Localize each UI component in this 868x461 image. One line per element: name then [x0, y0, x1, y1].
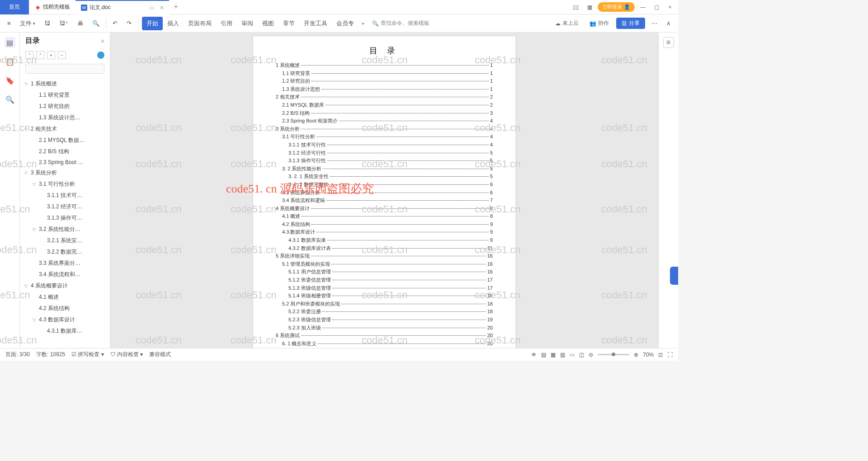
minimize-button[interactable]: — [637, 2, 648, 13]
cloud-button[interactable]: ☁未上云 [552, 18, 582, 29]
sidebar-close-icon[interactable]: × [101, 38, 104, 45]
outline-item[interactable]: ▽3.2 系统性能分… [20, 224, 110, 235]
page-counter[interactable]: 页面: 3/30 [5, 351, 30, 358]
save-icon[interactable]: 🖫 [42, 18, 53, 28]
outline-item[interactable]: 3.1.2 经济可… [20, 201, 110, 212]
toc-entry[interactable]: 3 系统分析 4 [276, 125, 493, 133]
toc-entry[interactable]: 1 系统概述 1 [276, 61, 493, 70]
outline-rail-icon[interactable]: ▤ [5, 37, 15, 48]
toc-entry[interactable]: 3. 2. 2 数据完整性 6 [276, 181, 493, 189]
toc-entry[interactable]: 5 系统详细实现 16 [276, 252, 493, 260]
compat-mode[interactable]: 兼容模式 [149, 351, 171, 358]
login-button[interactable]: 立即登录👤 [598, 2, 635, 12]
menu-页面布局[interactable]: 页面布局 [184, 17, 216, 30]
toc-entry[interactable]: 5.2.3 班级信息管理 19 [276, 316, 493, 324]
toc-entry[interactable]: 5.2.2 班委注册 18 [276, 308, 493, 316]
toc-entry[interactable]: 4 系统概要设计 8 [276, 205, 493, 213]
menu-插入[interactable]: 插入 [163, 17, 184, 30]
fullscreen-icon[interactable]: ⛶ [667, 352, 673, 358]
toc-entry[interactable]: 4.3.数据库设计 9 [276, 228, 493, 236]
toc-entry[interactable]: 3.1.2 经济可行性 5 [276, 149, 493, 157]
outline-item[interactable]: 3.2.2 数据完… [20, 246, 110, 258]
toc-entry[interactable]: 5.1.4 班级相册管理 18 [276, 292, 493, 300]
outline-item[interactable]: ▽3 系统分析 [20, 167, 110, 179]
apps-icon[interactable]: ▦ [584, 2, 595, 13]
toc-entry[interactable]: 6. 1 概念和意义 20 [276, 340, 493, 348]
toc-entry[interactable]: 5.1 管理员模块的实现 16 [276, 260, 493, 268]
sync-icon[interactable] [97, 52, 104, 59]
outline-item[interactable]: 2.3 Spring Boot … [20, 157, 110, 167]
toc-entry[interactable]: 4.1 概述 8 [276, 212, 493, 221]
outline-item[interactable]: 3.2.1 系统安… [20, 235, 110, 246]
tab-template[interactable]: ◆ 找稻壳模板 [29, 0, 75, 14]
outline-search[interactable] [25, 64, 104, 74]
toc-entry[interactable]: 5.1.1 用户信息管理 16 [276, 268, 493, 276]
toc-entry[interactable]: 3.1.3 操作可行性 5 [276, 157, 493, 165]
bookmark-rail-icon[interactable]: 🔖 [5, 75, 15, 86]
outline-item[interactable]: 1.1 研究背景 [20, 89, 110, 101]
toc-entry[interactable]: 4.2 系统结构 9 [276, 221, 493, 229]
outline-item[interactable]: 3.3 系统界面分… [20, 258, 110, 269]
toc-entry[interactable]: 5.2 用户和班委模块的实现 18 [276, 300, 493, 308]
tab-home[interactable]: 首页 [0, 0, 29, 14]
outline-item[interactable]: 2.2 B/S 结构 [20, 146, 110, 157]
toc-entry[interactable]: 6. 2 特性 21 [276, 348, 493, 348]
ruler-icon[interactable]: ◫ [579, 352, 584, 358]
clipboard-rail-icon[interactable]: 📋 [5, 56, 15, 67]
zoom-out-icon[interactable]: ⊖ [589, 352, 593, 358]
view-outline-icon[interactable]: ▥ [560, 352, 565, 358]
view-web-icon[interactable]: ▦ [551, 352, 556, 358]
menu-overflow-icon[interactable]: ▸ [362, 20, 365, 26]
tab-add-button[interactable]: + [169, 2, 183, 12]
add-item-icon[interactable]: + [47, 51, 55, 59]
print-icon[interactable]: 🖶 [75, 18, 86, 28]
close-button[interactable]: × [665, 2, 675, 13]
view-read-icon[interactable]: ▭ [570, 352, 575, 358]
toc-entry[interactable]: 6 系统测试 20 [276, 332, 493, 340]
menu-开发工具[interactable]: 开发工具 [299, 17, 332, 30]
outline-item[interactable]: 1.2 研究目的 [20, 101, 110, 112]
spellcheck-button[interactable]: ☑ 拼写检查 ▾ [71, 351, 104, 358]
preview-icon[interactable]: 🔍 [90, 18, 102, 28]
menu-会员专[interactable]: 会员专 [332, 17, 359, 30]
share-button[interactable]: ⛓分享 [616, 18, 645, 29]
menu-button[interactable]: ≡ [5, 18, 14, 28]
more-icon[interactable]: ⋯ [649, 18, 660, 28]
save-as-icon[interactable]: 🖫⁺ [57, 18, 71, 28]
view-page-icon[interactable]: ▤ [541, 352, 546, 358]
tab-monitor-icon[interactable]: ▭ [149, 5, 154, 11]
undo-icon[interactable]: ↶ [110, 18, 120, 28]
toc-entry[interactable]: 2 相关技术 2 [276, 93, 493, 101]
zoom-level[interactable]: 70% [643, 352, 654, 358]
fit-icon[interactable]: ⊡ [658, 352, 663, 358]
collab-button[interactable]: 👥协作 [586, 18, 613, 29]
toc-entry[interactable]: 1.1 研究背景 1 [276, 70, 493, 78]
toc-entry[interactable]: 2.3 Spring Boot 框架简介 4 [276, 117, 493, 125]
outline-item[interactable]: ▽2 相关技术 [20, 123, 110, 135]
document-area[interactable]: 目 录 1 系统概述 11.1 研究背景 11.2 研究目的 11.3 系统设计… [110, 33, 658, 348]
outline-item[interactable]: 4.3.1 数据库… [20, 325, 110, 337]
toc-entry[interactable]: 5.2.3 加入班级 20 [276, 324, 493, 332]
toc-entry[interactable]: 2.1 MYSQL 数据库 2 [276, 101, 493, 109]
menu-视图[interactable]: 视图 [258, 17, 278, 30]
toc-entry[interactable]: 3. 2 系统性能分析 5 [276, 165, 493, 173]
outline-item[interactable]: 1.3 系统设计思… [20, 112, 110, 123]
tab-close-icon[interactable]: × [160, 4, 164, 11]
toc-entry[interactable]: 1.3 系统设计思想 1 [276, 85, 493, 94]
toc-entry[interactable]: 1.2 研究目的 1 [276, 77, 493, 85]
outline-item[interactable]: 3.1.3 操作可… [20, 212, 110, 224]
expand-all-icon[interactable]: ˄ [36, 51, 44, 59]
zoom-in-icon[interactable]: ⊕ [634, 352, 638, 358]
toc-entry[interactable]: 3.4 系统流程和逻辑 7 [276, 197, 493, 205]
menu-开始[interactable]: 开始 [142, 17, 163, 30]
right-panel-icon[interactable]: ≡ [663, 37, 674, 48]
toc-entry[interactable]: 3.3 系统界面分析 6 [276, 189, 493, 197]
menu-审阅[interactable]: 审阅 [237, 17, 258, 30]
toc-entry[interactable]: 5.1.2 班委信息管理 17 [276, 276, 493, 284]
outline-item[interactable]: 3.4 系统流程和… [20, 269, 110, 280]
redo-icon[interactable]: ↷ [124, 18, 134, 28]
menu-章节[interactable]: 章节 [278, 17, 299, 30]
outline-item[interactable]: 4.2 系统结构 [20, 303, 110, 314]
collapse-all-icon[interactable]: ˅ [25, 51, 33, 59]
command-search[interactable]: 🔍 查找命令、搜索模板 [368, 19, 433, 28]
